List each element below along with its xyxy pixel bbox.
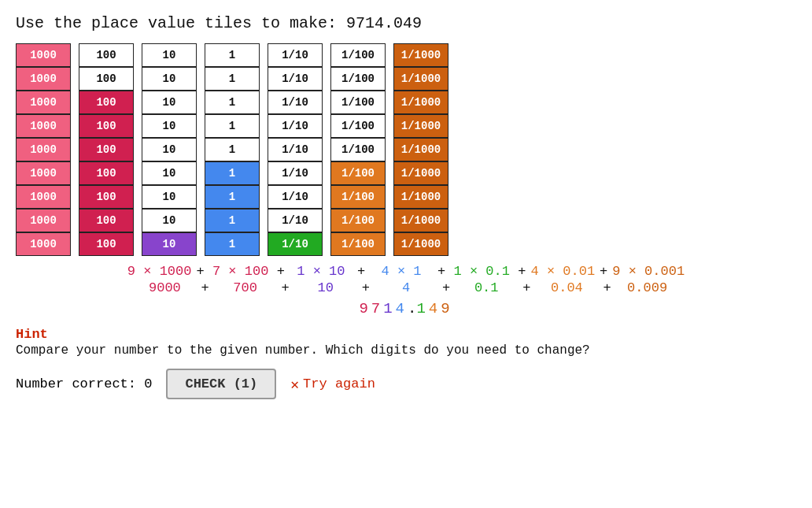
tile-hundreds-4[interactable]: 100 <box>79 138 134 161</box>
tile-tens-0[interactable]: 10 <box>142 43 197 67</box>
tile-column-ones: 111111111 <box>205 43 260 256</box>
tile-ones-2[interactable]: 1 <box>205 91 260 114</box>
tile-stack-ones: 111111111 <box>205 43 260 256</box>
tile-hundredths-3[interactable]: 1/100 <box>330 114 386 138</box>
combined-number-row: 9714.149 <box>16 300 796 317</box>
combined-digit-5: 1 <box>416 300 425 317</box>
tile-hundredths-2[interactable]: 1/100 <box>330 91 386 114</box>
bottom-bar: Number correct: 0 CHECK (1) ✕ Try again <box>16 369 796 399</box>
tile-tens-5[interactable]: 10 <box>142 161 197 185</box>
tile-hundreds-6[interactable]: 100 <box>79 185 134 209</box>
combined-digit-1: 7 <box>371 300 380 317</box>
val-plus-sign-3: + <box>439 280 453 295</box>
tile-ones-0[interactable]: 1 <box>205 43 260 67</box>
tile-hundreds-8[interactable]: 100 <box>79 232 134 256</box>
tile-tens-1[interactable]: 10 <box>142 67 197 91</box>
tile-ones-1[interactable]: 1 <box>205 67 260 91</box>
tile-thousandths-6[interactable]: 1/1000 <box>393 185 448 209</box>
tile-hundreds-5[interactable]: 100 <box>79 161 134 185</box>
tile-hundredths-0[interactable]: 1/100 <box>330 43 386 67</box>
eq-val-thousands: 9000 <box>133 280 196 295</box>
tile-thousandths-2[interactable]: 1/1000 <box>393 91 448 114</box>
combined-digit-2: 1 <box>383 300 392 317</box>
tile-thousands-7[interactable]: 1000 <box>16 209 71 232</box>
tile-thousandths-0[interactable]: 1/1000 <box>393 43 448 67</box>
tile-ones-5[interactable]: 1 <box>205 161 260 185</box>
tile-tenths-1[interactable]: 1/10 <box>268 67 323 91</box>
number-correct-label: Number correct: 0 <box>16 376 152 391</box>
tile-tenths-0[interactable]: 1/10 <box>268 43 323 67</box>
tile-column-tens: 101010101010101010 <box>142 43 197 256</box>
tile-ones-7[interactable]: 1 <box>205 209 260 232</box>
plus-sign-3: + <box>434 264 448 279</box>
plus-sign-4: + <box>515 264 529 279</box>
tile-column-thousands: 100010001000100010001000100010001000 <box>16 43 71 256</box>
val-plus-sign-5: + <box>600 280 614 295</box>
tile-hundreds-3[interactable]: 100 <box>79 114 134 138</box>
val-plus-sign-2: + <box>359 280 373 295</box>
tile-tens-6[interactable]: 10 <box>142 185 197 209</box>
combined-digit-0: 9 <box>359 300 367 317</box>
tile-tens-3[interactable]: 10 <box>142 114 197 138</box>
tile-hundreds-7[interactable]: 100 <box>79 209 134 232</box>
tile-hundredths-1[interactable]: 1/100 <box>330 67 386 91</box>
eq-mult-thousands: 9 × 1000 <box>127 264 192 279</box>
tile-tenths-7[interactable]: 1/10 <box>268 209 323 232</box>
tile-thousandths-3[interactable]: 1/1000 <box>393 114 448 138</box>
tile-tens-8[interactable]: 10 <box>142 232 197 256</box>
tile-stack-thousandths: 1/10001/10001/10001/10001/10001/10001/10… <box>393 43 448 256</box>
tile-hundreds-1[interactable]: 100 <box>79 67 134 91</box>
eq-mult-thousandths: 9 × 0.001 <box>612 264 685 279</box>
tile-thousandths-1[interactable]: 1/1000 <box>393 67 448 91</box>
tile-ones-3[interactable]: 1 <box>205 114 260 138</box>
tile-thousands-2[interactable]: 1000 <box>16 91 71 114</box>
tile-tenths-8[interactable]: 1/10 <box>268 232 323 256</box>
tile-hundreds-0[interactable]: 100 <box>79 43 134 67</box>
try-again-button[interactable]: ✕ Try again <box>290 376 375 393</box>
tile-tenths-2[interactable]: 1/10 <box>268 91 323 114</box>
combined-digit-6: 4 <box>429 300 437 317</box>
tile-hundredths-5[interactable]: 1/100 <box>330 161 386 185</box>
tile-tens-4[interactable]: 10 <box>142 138 197 161</box>
equation-row: 9 × 1000+7 × 100+1 × 10+4 × 1+1 × 0.1+4 … <box>16 264 796 279</box>
eq-mult-hundredths: 4 × 0.01 <box>530 264 595 279</box>
tile-stack-hundreds: 100100100100100100100100100 <box>79 43 134 256</box>
tile-thousandths-5[interactable]: 1/1000 <box>393 161 448 185</box>
tile-hundreds-2[interactable]: 100 <box>79 91 134 114</box>
tile-thousands-3[interactable]: 1000 <box>16 114 71 138</box>
tile-stack-tenths: 1/101/101/101/101/101/101/101/101/10 <box>268 43 323 256</box>
val-plus-sign-0: + <box>197 280 212 295</box>
tile-thousands-4[interactable]: 1000 <box>16 138 71 161</box>
tile-thousands-5[interactable]: 1000 <box>16 161 71 185</box>
tile-hundredths-7[interactable]: 1/100 <box>330 209 386 232</box>
tile-thousands-1[interactable]: 1000 <box>16 67 71 91</box>
tile-hundredths-6[interactable]: 1/100 <box>330 185 386 209</box>
eq-val-thousandths: 0.009 <box>616 280 679 295</box>
tile-stack-thousands: 100010001000100010001000100010001000 <box>16 43 71 256</box>
instruction: Use the place value tiles to make: 9714.… <box>16 14 796 32</box>
tile-thousands-6[interactable]: 1000 <box>16 185 71 209</box>
check-button[interactable]: CHECK (1) <box>166 369 276 399</box>
tile-thousands-8[interactable]: 1000 <box>16 232 71 256</box>
tile-hundredths-8[interactable]: 1/100 <box>330 232 386 256</box>
tile-thousandths-7[interactable]: 1/1000 <box>393 209 448 232</box>
eq-val-tens: 10 <box>294 280 357 295</box>
tile-column-tenths: 1/101/101/101/101/101/101/101/101/10 <box>268 43 323 256</box>
tile-ones-8[interactable]: 1 <box>205 232 260 256</box>
tiles-area: 1000100010001000100010001000100010001001… <box>16 43 796 256</box>
tile-thousandths-8[interactable]: 1/1000 <box>393 232 448 256</box>
tile-tens-2[interactable]: 10 <box>142 91 197 114</box>
tile-thousandths-4[interactable]: 1/1000 <box>393 138 448 161</box>
tile-thousands-0[interactable]: 1000 <box>16 43 71 67</box>
tile-tenths-6[interactable]: 1/10 <box>268 185 323 209</box>
tile-ones-4[interactable]: 1 <box>205 138 260 161</box>
tile-tenths-5[interactable]: 1/10 <box>268 161 323 185</box>
tile-ones-6[interactable]: 1 <box>205 185 260 209</box>
try-again-label: Try again <box>303 376 375 391</box>
tile-tens-7[interactable]: 10 <box>142 209 197 232</box>
plus-sign-1: + <box>274 264 288 279</box>
tile-hundredths-4[interactable]: 1/100 <box>330 138 386 161</box>
tile-tenths-3[interactable]: 1/10 <box>268 114 323 138</box>
tile-stack-tens: 101010101010101010 <box>142 43 197 256</box>
tile-tenths-4[interactable]: 1/10 <box>268 138 323 161</box>
